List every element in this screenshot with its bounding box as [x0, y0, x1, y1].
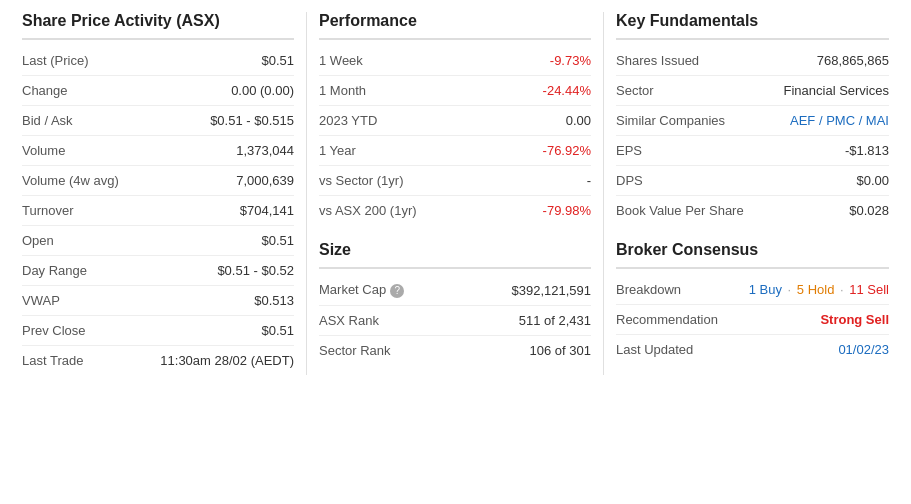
share-price-column: Share Price Activity (ASX) Last (Price)$… — [10, 12, 307, 375]
table-row: Day Range$0.51 - $0.52 — [22, 256, 294, 286]
table-row: Bid / Ask$0.51 - $0.515 — [22, 106, 294, 136]
row-label: Sector — [616, 83, 654, 98]
row-label: 1 Month — [319, 83, 366, 98]
row-label: Sector Rank — [319, 343, 391, 358]
row-value: -76.92% — [543, 143, 591, 158]
performance-title: Performance — [319, 12, 591, 40]
row-value[interactable]: AEF / PMC / MAI — [790, 113, 889, 128]
row-label: Last Trade — [22, 353, 83, 368]
row-value: 11:30am 28/02 (AEDT) — [160, 353, 294, 368]
row-label: Breakdown — [616, 282, 681, 297]
row-value: 01/02/23 — [838, 342, 889, 357]
fundamentals-title: Key Fundamentals — [616, 12, 889, 40]
table-row: VWAP$0.513 — [22, 286, 294, 316]
row-label: Open — [22, 233, 54, 248]
fundamentals-column: Key Fundamentals Shares Issued768,865,86… — [604, 12, 901, 375]
table-row: Volume1,373,044 — [22, 136, 294, 166]
fundamentals-rows: Shares Issued768,865,865SectorFinancial … — [616, 46, 889, 225]
table-row: ASX Rank511 of 2,431 — [319, 306, 591, 336]
row-label: vs Sector (1yr) — [319, 173, 404, 188]
broker-title: Broker Consensus — [616, 241, 889, 269]
row-label: 2023 YTD — [319, 113, 377, 128]
table-row: Last Updated01/02/23 — [616, 335, 889, 364]
row-value: 1,373,044 — [236, 143, 294, 158]
row-label: Turnover — [22, 203, 74, 218]
table-row: SectorFinancial Services — [616, 76, 889, 106]
row-label: Volume — [22, 143, 65, 158]
row-label: Last Updated — [616, 342, 693, 357]
row-value: $0.513 — [254, 293, 294, 308]
main-container: Share Price Activity (ASX) Last (Price)$… — [0, 0, 911, 387]
row-label: 1 Week — [319, 53, 363, 68]
table-row: 1 Week-9.73% — [319, 46, 591, 76]
row-value: -24.44% — [543, 83, 591, 98]
row-value: -79.98% — [543, 203, 591, 218]
row-value: $0.51 — [261, 233, 294, 248]
row-value: $392,121,591 — [511, 283, 591, 298]
table-row: vs ASX 200 (1yr)-79.98% — [319, 196, 591, 225]
table-row: Last Trade11:30am 28/02 (AEDT) — [22, 346, 294, 375]
table-row: Shares Issued768,865,865 — [616, 46, 889, 76]
row-label: Book Value Per Share — [616, 203, 744, 218]
row-value: -9.73% — [550, 53, 591, 68]
table-row: RecommendationStrong Sell — [616, 305, 889, 335]
share-price-title: Share Price Activity (ASX) — [22, 12, 294, 40]
row-label: Recommendation — [616, 312, 718, 327]
table-row: 1 Year-76.92% — [319, 136, 591, 166]
row-value: $704,141 — [240, 203, 294, 218]
table-row: vs Sector (1yr)- — [319, 166, 591, 196]
row-value: Strong Sell — [820, 312, 889, 327]
performance-column: Performance 1 Week-9.73%1 Month-24.44%20… — [307, 12, 604, 375]
row-label: Volume (4w avg) — [22, 173, 119, 188]
broker-rows: Breakdown1 Buy · 5 Hold · 11 SellRecomme… — [616, 275, 889, 364]
table-row: Book Value Per Share$0.028 — [616, 196, 889, 225]
table-row: Last (Price)$0.51 — [22, 46, 294, 76]
row-label: Bid / Ask — [22, 113, 73, 128]
row-label: Shares Issued — [616, 53, 699, 68]
size-title: Size — [319, 241, 591, 269]
table-row: Turnover$704,141 — [22, 196, 294, 226]
row-value: 0.00 (0.00) — [231, 83, 294, 98]
row-label: Last (Price) — [22, 53, 88, 68]
table-row: 1 Month-24.44% — [319, 76, 591, 106]
table-row: Sector Rank106 of 301 — [319, 336, 591, 365]
row-label: Similar Companies — [616, 113, 725, 128]
row-value: $0.51 — [261, 53, 294, 68]
performance-rows: 1 Week-9.73%1 Month-24.44%2023 YTD0.001 … — [319, 46, 591, 225]
row-label: EPS — [616, 143, 642, 158]
row-value: $0.51 — [261, 323, 294, 338]
row-label: VWAP — [22, 293, 60, 308]
size-rows: Market Cap?$392,121,591ASX Rank511 of 2,… — [319, 275, 591, 365]
breakdown-value: 1 Buy · 5 Hold · 11 Sell — [749, 282, 889, 297]
table-row: Prev Close$0.51 — [22, 316, 294, 346]
table-row: Breakdown1 Buy · 5 Hold · 11 Sell — [616, 275, 889, 305]
row-label: Market Cap? — [319, 282, 404, 298]
table-row: Change0.00 (0.00) — [22, 76, 294, 106]
table-row: EPS-$1.813 — [616, 136, 889, 166]
info-icon[interactable]: ? — [390, 284, 404, 298]
row-label: 1 Year — [319, 143, 356, 158]
row-value: 106 of 301 — [530, 343, 591, 358]
row-value: Financial Services — [784, 83, 890, 98]
row-label: DPS — [616, 173, 643, 188]
row-label: Prev Close — [22, 323, 86, 338]
row-value: $0.51 - $0.52 — [217, 263, 294, 278]
row-value: - — [587, 173, 591, 188]
row-label: Change — [22, 83, 68, 98]
table-row: DPS$0.00 — [616, 166, 889, 196]
row-label: vs ASX 200 (1yr) — [319, 203, 417, 218]
row-label: Day Range — [22, 263, 87, 278]
row-value: $0.00 — [856, 173, 889, 188]
row-value: 0.00 — [566, 113, 591, 128]
share-price-rows: Last (Price)$0.51Change0.00 (0.00)Bid / … — [22, 46, 294, 375]
row-value: 768,865,865 — [817, 53, 889, 68]
table-row: Volume (4w avg)7,000,639 — [22, 166, 294, 196]
table-row: Open$0.51 — [22, 226, 294, 256]
row-value: 7,000,639 — [236, 173, 294, 188]
table-row: 2023 YTD0.00 — [319, 106, 591, 136]
row-value: -$1.813 — [845, 143, 889, 158]
row-value: $0.028 — [849, 203, 889, 218]
row-label: ASX Rank — [319, 313, 379, 328]
row-value: 511 of 2,431 — [519, 313, 591, 328]
row-value: $0.51 - $0.515 — [210, 113, 294, 128]
